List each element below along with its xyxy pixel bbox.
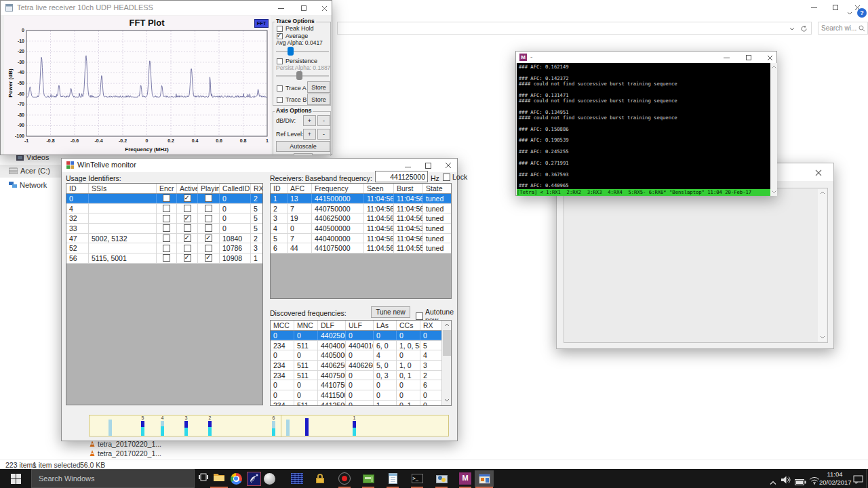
fft-close-button[interactable] bbox=[317, 3, 332, 13]
taskbar-button-sphere[interactable] bbox=[261, 470, 277, 487]
address-dropdown-button[interactable] bbox=[788, 25, 796, 32]
taskbar-button-file-explorer[interactable] bbox=[211, 470, 227, 487]
action-center-button[interactable] bbox=[853, 474, 863, 487]
file-item[interactable]: tetra_20170220_1... bbox=[89, 449, 161, 458]
taskbar-button-green-card[interactable] bbox=[360, 470, 376, 487]
terminal-close-button[interactable] bbox=[762, 53, 778, 62]
secondary-close-button[interactable] bbox=[809, 167, 828, 179]
taskbar-button-chrome[interactable] bbox=[228, 470, 244, 487]
taskbar-button-task-view[interactable] bbox=[195, 470, 212, 487]
checkbox-checked-icon[interactable] bbox=[184, 254, 191, 262]
fft-minimize-button[interactable] bbox=[272, 4, 290, 12]
persistence-checkbox[interactable]: Persistence bbox=[277, 58, 317, 64]
battery-button[interactable] bbox=[795, 476, 806, 488]
table-row[interactable]: 3305 bbox=[66, 224, 262, 234]
tray-expand-button[interactable] bbox=[770, 476, 776, 488]
checkbox-icon[interactable] bbox=[163, 245, 170, 252]
taskbar-button-padlock[interactable] bbox=[312, 470, 328, 487]
peak-hold-checkbox[interactable]: Peak Hold bbox=[277, 25, 314, 32]
ribbon-expand-button[interactable] bbox=[845, 9, 854, 17]
column-header[interactable]: RX bbox=[251, 184, 263, 193]
explorer-minimize-button[interactable] bbox=[804, 1, 823, 14]
discovered-frequencies-table[interactable]: MCCMNCDLFULFLAsCCsRX00440250000000023451… bbox=[271, 321, 442, 405]
taskbar-search-box[interactable]: Search Windows bbox=[31, 469, 195, 488]
terminal-content[interactable]: ### AFC: 0.162149 ### AFC: 0.142372 ####… bbox=[517, 63, 770, 189]
wintelive-maximize-button[interactable] bbox=[420, 161, 436, 170]
wintelive-minimize-button[interactable] bbox=[399, 163, 416, 170]
table-row[interactable]: 11344150000011:04:5611:04:56tuned bbox=[271, 194, 451, 204]
taskbar-button-notepad[interactable] bbox=[384, 470, 401, 487]
store-b-button[interactable]: Store bbox=[307, 94, 330, 105]
avg-alpha-slider-thumb[interactable] bbox=[288, 47, 294, 56]
sidebar-item-network[interactable]: Network bbox=[9, 181, 47, 189]
column-header[interactable]: RX bbox=[420, 321, 442, 330]
column-header[interactable]: Playing bbox=[198, 184, 220, 193]
secondary-scrollbar[interactable] bbox=[818, 189, 827, 342]
table-row[interactable]: 4044050000011:04:5611:04:53tuned bbox=[271, 224, 451, 234]
cut-button[interactable] bbox=[294, 153, 313, 155]
taskbar-button-wintelive[interactable] bbox=[475, 470, 494, 487]
table-row[interactable]: 64444107500011:04:5611:04:55tuned bbox=[271, 243, 451, 253]
checkbox-icon[interactable] bbox=[205, 245, 212, 252]
fft-badge[interactable]: FFT bbox=[254, 19, 269, 28]
column-header[interactable]: ID bbox=[66, 184, 89, 193]
baseband-frequency-input[interactable]: 441125000 bbox=[375, 171, 428, 182]
taskbar-button-mobaxterm[interactable]: M bbox=[457, 470, 473, 487]
table-row[interactable]: 004402500000000 bbox=[271, 331, 442, 341]
checkbox-icon[interactable] bbox=[205, 195, 212, 202]
db-div-minus-button[interactable]: - bbox=[317, 115, 330, 126]
column-header[interactable]: Burst bbox=[394, 184, 423, 193]
checkbox-icon[interactable] bbox=[163, 254, 170, 262]
column-header[interactable]: ID bbox=[271, 184, 288, 193]
column-header[interactable]: Frequency bbox=[312, 184, 364, 193]
column-header[interactable]: CCs bbox=[397, 321, 420, 330]
checkbox-checked-icon[interactable] bbox=[205, 235, 212, 242]
average-checkbox[interactable]: Average bbox=[277, 33, 308, 39]
column-header[interactable]: Seen bbox=[364, 184, 394, 193]
clock[interactable]: 11:04 20/02/2017 bbox=[819, 470, 850, 487]
checkbox-icon[interactable] bbox=[163, 215, 170, 222]
trace-b-checkbox[interactable]: Trace B bbox=[277, 96, 307, 103]
fft-maximize-button[interactable] bbox=[295, 3, 313, 13]
terminal-maximize-button[interactable] bbox=[741, 53, 757, 62]
column-header[interactable]: SSIs bbox=[89, 184, 157, 193]
column-header[interactable]: Active bbox=[177, 184, 198, 193]
checkbox-icon[interactable] bbox=[184, 245, 191, 252]
column-header[interactable]: CalledID bbox=[220, 184, 251, 193]
checkbox-checked-icon[interactable] bbox=[184, 215, 191, 222]
checkbox-icon[interactable] bbox=[163, 235, 170, 242]
lock-checkbox[interactable]: Lock bbox=[443, 173, 467, 181]
terminal-scrollbar[interactable] bbox=[770, 63, 777, 196]
table-row[interactable]: 004411500000000 bbox=[271, 390, 442, 401]
explorer-maximize-button[interactable] bbox=[826, 1, 845, 14]
avg-alpha-slider[interactable] bbox=[276, 51, 329, 52]
checkbox-icon[interactable] bbox=[205, 215, 212, 222]
column-header[interactable]: State bbox=[423, 184, 452, 193]
column-header[interactable]: MCC bbox=[271, 321, 294, 330]
receivers-table[interactable]: IDAFCFrequencySeenBurstState113441500000… bbox=[270, 183, 452, 299]
checkbox-icon[interactable] bbox=[205, 205, 212, 212]
help-button[interactable]: ? bbox=[857, 8, 867, 18]
terminal-minimize-button[interactable] bbox=[718, 54, 734, 62]
table-row[interactable]: 234511441250000010, 10 bbox=[271, 401, 442, 405]
start-button[interactable] bbox=[0, 469, 31, 488]
table-row[interactable]: 004405000000404 bbox=[271, 350, 442, 361]
table-row[interactable]: 2744075000011:04:5611:04:56tuned bbox=[271, 204, 451, 214]
table-row[interactable]: 475002, 5132108402 bbox=[66, 234, 262, 244]
wintelive-close-button[interactable] bbox=[440, 161, 456, 170]
taskbar-button-tetra-receiver[interactable] bbox=[245, 470, 262, 487]
checkbox-icon[interactable] bbox=[184, 205, 191, 212]
ref-level-plus-button[interactable]: + bbox=[303, 129, 316, 140]
discovered-scrollbar[interactable] bbox=[441, 321, 451, 405]
column-header[interactable]: Encr bbox=[157, 184, 177, 193]
checkbox-checked-icon[interactable] bbox=[205, 254, 212, 262]
trace-a-checkbox[interactable]: Trace A bbox=[277, 85, 307, 92]
table-row[interactable]: 52107863 bbox=[66, 243, 262, 253]
table-row[interactable]: 2345114406250004406260005, 01, 03 bbox=[271, 361, 442, 371]
table-row[interactable]: 002 bbox=[66, 194, 262, 204]
taskbar-button-cmd[interactable]: >_ bbox=[409, 470, 425, 487]
autoscale-button[interactable]: Autoscale bbox=[276, 141, 330, 152]
refresh-button[interactable] bbox=[799, 24, 808, 33]
column-header[interactable]: ULF bbox=[346, 321, 374, 330]
persist-alpha-slider-thumb[interactable] bbox=[296, 71, 302, 80]
